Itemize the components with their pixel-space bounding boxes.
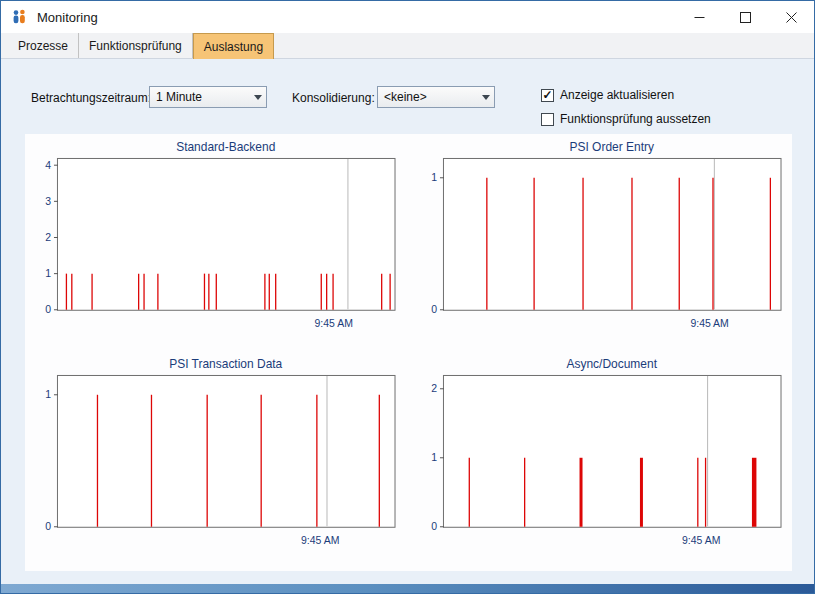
- app-icon: [11, 9, 27, 25]
- consolidation-label: Konsolidierung:: [292, 91, 375, 105]
- svg-text:0: 0: [45, 521, 51, 532]
- period-select-arrow-zone: [249, 87, 266, 107]
- period-select[interactable]: 1 Minute: [149, 86, 267, 108]
- refresh-checkbox[interactable]: ✓: [541, 89, 554, 102]
- tab-auslastung[interactable]: Auslastung: [193, 33, 274, 59]
- chart-standard-backend: Standard-Backend012349:45 AM: [31, 138, 401, 351]
- svg-text:Standard-Backend: Standard-Backend: [176, 140, 275, 154]
- tab-bar: Prozesse Funktionsprüfung Auslastung: [1, 33, 814, 59]
- svg-text:2: 2: [45, 232, 51, 243]
- svg-text:1: 1: [431, 172, 437, 183]
- chart-psi-order-entry: PSI Order Entry019:45 AM: [417, 138, 787, 351]
- window-title: Monitoring: [37, 10, 98, 25]
- chart-psi-transaction-data: PSI Transaction Data019:45 AM: [31, 355, 401, 568]
- maximize-button[interactable]: [722, 1, 768, 33]
- minimize-button[interactable]: [676, 1, 722, 33]
- chart-psi-transaction-data-svg: PSI Transaction Data019:45 AM: [31, 355, 401, 568]
- refresh-checkbox-row[interactable]: ✓ Anzeige aktualisieren: [541, 88, 674, 102]
- charts-panel: Standard-Backend012349:45 AM PSI Order E…: [25, 134, 792, 571]
- svg-text:0: 0: [45, 304, 51, 315]
- window-controls: [676, 1, 814, 33]
- close-button[interactable]: [768, 1, 814, 33]
- chevron-down-icon: [254, 95, 262, 100]
- svg-text:1: 1: [45, 389, 51, 400]
- suspend-checkbox[interactable]: [541, 113, 554, 126]
- close-icon: [786, 12, 797, 23]
- chart-standard-backend-svg: Standard-Backend012349:45 AM: [31, 138, 401, 351]
- period-selected-value: 1 Minute: [156, 90, 202, 104]
- svg-text:9:45 AM: 9:45 AM: [690, 318, 728, 329]
- chart-async-document: Async/Document0129:45 AM: [417, 355, 787, 568]
- chart-async-document-svg: Async/Document0129:45 AM: [417, 355, 787, 568]
- svg-text:0: 0: [431, 304, 437, 315]
- svg-text:PSI Transaction Data: PSI Transaction Data: [169, 356, 282, 370]
- svg-text:0: 0: [431, 521, 437, 532]
- refresh-checkbox-label: Anzeige aktualisieren: [560, 88, 674, 102]
- consolidation-selected-value: <keine>: [384, 90, 427, 104]
- maximize-icon: [740, 12, 751, 23]
- period-label: Betrachtungszeitraum:: [31, 91, 151, 105]
- monitoring-window: Monitoring Prozesse Funktionsprüfung Aus…: [0, 0, 815, 594]
- chart-psi-order-entry-svg: PSI Order Entry019:45 AM: [417, 138, 787, 351]
- svg-text:9:45 AM: 9:45 AM: [301, 534, 339, 545]
- tab-prozesse[interactable]: Prozesse: [8, 33, 79, 58]
- svg-text:2: 2: [431, 383, 437, 394]
- svg-text:9:45 AM: 9:45 AM: [681, 534, 719, 545]
- consolidation-select-arrow-zone: [477, 87, 494, 107]
- chevron-down-icon: [482, 95, 490, 100]
- svg-text:Async/Document: Async/Document: [566, 356, 657, 370]
- svg-text:4: 4: [45, 160, 51, 171]
- suspend-checkbox-row[interactable]: Funktionsprüfung aussetzen: [541, 112, 711, 126]
- svg-text:1: 1: [431, 452, 437, 463]
- minimize-icon: [694, 12, 705, 23]
- titlebar: Monitoring: [1, 1, 814, 33]
- svg-text:PSI Order Entry: PSI Order Entry: [569, 140, 653, 154]
- svg-text:1: 1: [45, 268, 51, 279]
- tab-funktionspruefung[interactable]: Funktionsprüfung: [79, 33, 193, 58]
- window-bottom-accent: [1, 584, 814, 593]
- svg-text:9:45 AM: 9:45 AM: [315, 318, 353, 329]
- suspend-checkbox-label: Funktionsprüfung aussetzen: [560, 112, 711, 126]
- consolidation-select[interactable]: <keine>: [377, 86, 495, 108]
- svg-text:3: 3: [45, 196, 51, 207]
